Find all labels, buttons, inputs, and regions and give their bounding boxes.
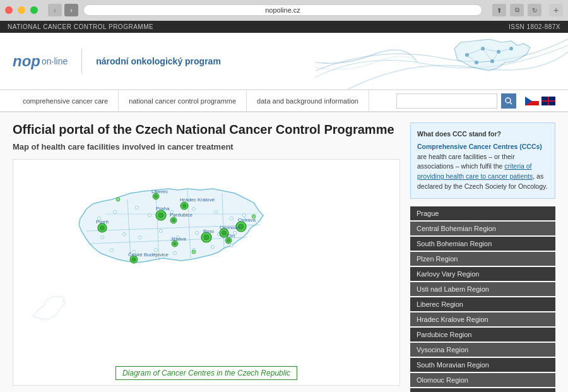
right-section: What does CCC stand for? Comprehensive C… [410,122,555,392]
nav-tab-national[interactable]: national cancer control programme [119,90,247,112]
region-item-karlovy[interactable]: Karlovy Vary Region [410,267,555,281]
ccc-box-title: What does CCC stand for? [417,129,548,140]
issn: ISSN 1802-887X [509,23,560,30]
top-bar: NATIONAL CANCER CONTROL PROGRAMME ISSN 1… [0,21,568,33]
browser-chrome: ‹ › nopoline.cz ⬆ ⧉ ↻ + [0,0,568,21]
svg-text:České Budějovice: České Budějovice [128,252,169,258]
uk-flag[interactable] [541,97,555,105]
tagline-plain: národní [96,56,131,66]
svg-point-25 [148,214,151,217]
search-button[interactable] [501,93,516,109]
header-decoration [316,33,568,90]
ccc-info-box: What does CCC stand for? Comprehensive C… [410,122,555,199]
region-item-south-bohemian[interactable]: South Bohemian Region [410,237,555,251]
svg-point-55 [222,231,227,235]
svg-text:Pardubice: Pardubice [170,212,193,218]
svg-point-45 [230,244,234,247]
share-btn[interactable]: ⬆ [492,4,506,16]
svg-text:Liberec: Liberec [151,189,168,194]
page-subtitle: Map of health care facilities involved i… [13,142,400,151]
tagline-bold: onkologický [131,56,182,66]
nav-tabs: comprehensive cancer care national cance… [13,90,396,112]
main-content: Official portal of the Czech National Ca… [0,112,568,392]
svg-point-47 [158,213,163,218]
search-input[interactable] [396,93,497,109]
svg-point-36 [196,232,199,235]
region-item-hradec[interactable]: Hradec Kralove Region [410,312,555,326]
search-icon [505,97,512,105]
svg-point-33 [139,236,142,239]
svg-text:Plzeň: Plzeň [96,219,109,225]
region-item-liberec[interactable]: Liberec Region [410,297,555,311]
svg-point-67 [172,219,175,222]
close-btn[interactable] [5,6,13,14]
svg-point-61 [155,195,158,198]
svg-point-44 [211,246,215,249]
page-title: Official portal of the Czech National Ca… [13,122,400,137]
map-caption: Diagram of Cancer Centres in the Czech R… [115,366,297,380]
svg-point-59 [132,258,136,261]
svg-point-80 [252,215,256,218]
region-item-zlin[interactable]: Zlin Region [410,388,555,393]
svg-point-29 [230,217,234,220]
nav-bar: comprehensive cancer care national cance… [0,90,568,112]
site-header: nop on·line národní onkologický program [0,33,568,90]
czech-republic-map: Plzeň Praha Hradec Králové České Budějov… [30,165,383,360]
left-section: Official portal of the Czech National Ca… [13,122,400,392]
nav-tab-data[interactable]: data and background information [247,90,369,112]
svg-point-30 [243,214,246,217]
region-item-usti[interactable]: Usti nad Labem Region [410,282,555,296]
search-area [396,93,555,109]
region-item-prague[interactable]: Prague [410,206,555,220]
svg-text:Brno: Brno [203,229,214,234]
programme-name: NATIONAL CANCER CONTROL PROGRAMME [8,23,153,30]
czech-flag[interactable] [525,97,539,105]
svg-line-14 [510,102,512,104]
new-tab-btn[interactable]: + [549,4,563,16]
svg-point-65 [227,239,230,242]
tagline-end: program [182,56,221,66]
svg-point-27 [192,208,196,211]
svg-point-13 [506,98,511,103]
svg-text:Zlín: Zlín [227,233,235,239]
svg-point-53 [100,226,105,230]
logo-nop-text: nop [13,52,40,70]
region-item-olomouc[interactable]: Olomouc Region [410,373,555,387]
svg-point-41 [155,249,158,252]
region-item-central[interactable]: Central Bohemian Region [410,222,555,235]
logo-online-text: on·line [42,56,68,66]
nav-tab-comprehensive[interactable]: comprehensive cancer care [13,90,119,112]
svg-point-63 [174,242,177,246]
region-list: Prague Central Bohemian Region South Boh… [410,206,555,393]
svg-point-23 [114,211,117,214]
svg-point-79 [116,198,120,201]
svg-point-39 [110,249,114,252]
svg-text:Jihlava: Jihlava [170,236,186,242]
forward-arrow[interactable]: › [64,4,78,16]
refresh-btn[interactable]: ↻ [528,4,541,16]
url-bar[interactable]: nopoline.cz [83,4,482,16]
region-item-plzen[interactable]: Plzen Region [410,252,555,266]
map-container: Plzeň Praha Hradec Králové České Budějov… [13,159,400,386]
url-display: nopoline.cz [265,6,300,14]
minimize-btn[interactable] [18,6,25,14]
ccc-box-text: Comprehensive Cancer Centres (CCCs) are … [417,142,548,192]
svg-text:Praha: Praha [156,206,170,211]
back-arrow[interactable]: ‹ [48,4,62,16]
svg-point-81 [192,250,196,254]
site-logo[interactable]: nop on·line [13,52,68,70]
region-item-pardubice[interactable]: Pardubice Region [410,328,555,342]
region-item-vysocina[interactable]: Vysocina Region [410,343,555,357]
region-item-south-moravian[interactable]: South Moravian Region [410,358,555,372]
svg-point-34 [160,230,163,233]
maximize-btn[interactable] [30,6,38,14]
svg-point-32 [123,233,126,236]
flag-icons [525,97,555,105]
svg-text:Olomouc: Olomouc [220,225,240,230]
svg-point-31 [101,236,104,239]
svg-point-57 [182,204,186,208]
svg-point-28 [215,211,218,214]
svg-point-24 [136,206,139,210]
duplicate-btn[interactable]: ⧉ [510,4,524,16]
logo-area: nop on·line národní onkologický program [13,49,221,74]
